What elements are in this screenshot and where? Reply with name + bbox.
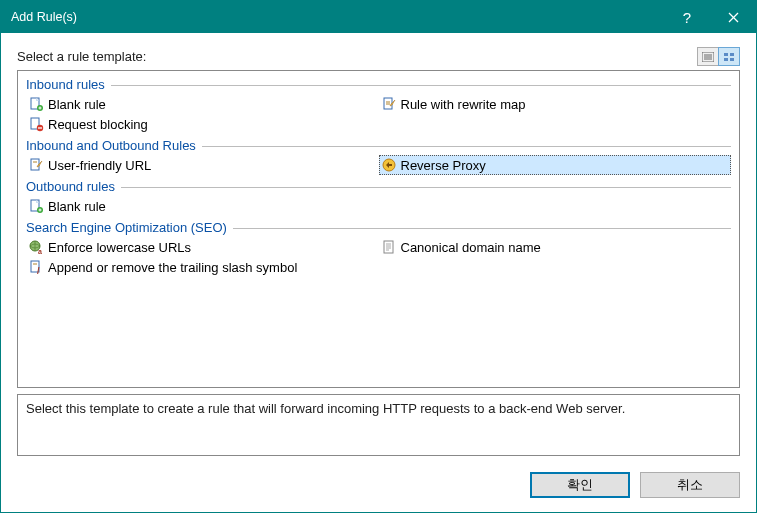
group-inout: Inbound and Outbound Rules [26,138,731,153]
group-seo: Search Engine Optimization (SEO) [26,220,731,235]
help-button[interactable]: ? [664,1,710,33]
item-canonical-domain-name[interactable]: Canonical domain name [379,237,732,257]
details-icon [702,52,714,62]
document-block-icon [28,116,44,132]
group-label-outbound: Outbound rules [26,179,121,194]
item-label: Canonical domain name [401,240,541,255]
ok-button[interactable]: 확인 [530,472,630,498]
item-label: Blank rule [48,97,106,112]
close-icon [728,12,739,23]
group-divider [202,146,731,147]
close-button[interactable] [710,1,756,33]
header-label: Select a rule template: [17,49,698,64]
svg-rect-9 [730,58,734,61]
group-inbound: Inbound rules [26,77,731,92]
document-user-icon [28,157,44,173]
document-slash-icon: / [28,259,44,275]
content-area: Select a rule template: Inbound rules Bl… [1,33,756,512]
window-title: Add Rule(s) [11,10,664,24]
view-tiles-button[interactable] [718,47,740,66]
dialog-window: Add Rule(s) ? Select a rule template: In… [0,0,757,513]
items-inbound: Blank rule Rule with rewrite map Request… [26,94,731,134]
svg-rect-29 [384,241,393,253]
group-divider [233,228,731,229]
reverse-proxy-icon [381,157,397,173]
items-inout: User-friendly URL Reverse Proxy [26,155,731,175]
group-label-inbound: Inbound rules [26,77,111,92]
svg-rect-7 [730,53,734,56]
item-rule-with-rewrite-map[interactable]: Rule with rewrite map [379,94,732,114]
item-enforce-lowercase-urls[interactable]: a Enforce lowercase URLs [26,237,379,257]
view-toggle [698,47,740,66]
svg-text:a: a [38,248,42,255]
document-add-icon [28,96,44,112]
document-edit-icon [381,96,397,112]
svg-rect-6 [724,53,728,56]
svg-rect-8 [724,58,728,61]
svg-rect-20 [31,159,39,170]
svg-text:/: / [37,266,40,275]
item-append-remove-slash[interactable]: / Append or remove the trailing slash sy… [26,257,731,277]
template-list: Inbound rules Blank rule Rule with rewri… [17,70,740,388]
titlebar: Add Rule(s) ? [1,1,756,33]
document-text-icon [381,239,397,255]
document-add-icon [28,198,44,214]
item-label: User-friendly URL [48,158,151,173]
group-divider [111,85,731,86]
group-label-seo: Search Engine Optimization (SEO) [26,220,233,235]
description-text: Select this template to create a rule th… [26,401,625,416]
button-row: 확인 취소 [17,472,740,498]
items-seo: a Enforce lowercase URLs Canonical domai… [26,237,731,277]
group-label-inout: Inbound and Outbound Rules [26,138,202,153]
item-label: Blank rule [48,199,106,214]
item-blank-rule-inbound[interactable]: Blank rule [26,94,379,114]
item-label: Append or remove the trailing slash symb… [48,260,297,275]
tiles-icon [723,52,735,62]
group-divider [121,187,731,188]
item-label: Enforce lowercase URLs [48,240,191,255]
item-user-friendly-url[interactable]: User-friendly URL [26,155,379,175]
group-outbound: Outbound rules [26,179,731,194]
item-reverse-proxy[interactable]: Reverse Proxy [379,155,732,175]
item-label: Reverse Proxy [401,158,486,173]
items-outbound: Blank rule [26,196,731,216]
item-request-blocking[interactable]: Request blocking [26,114,379,134]
cancel-button[interactable]: 취소 [640,472,740,498]
description-box: Select this template to create a rule th… [17,394,740,456]
item-label: Request blocking [48,117,148,132]
item-label: Rule with rewrite map [401,97,526,112]
globe-lowercase-icon: a [28,239,44,255]
header-row: Select a rule template: [17,47,740,66]
view-details-button[interactable] [697,47,719,66]
item-blank-rule-outbound[interactable]: Blank rule [26,196,379,216]
